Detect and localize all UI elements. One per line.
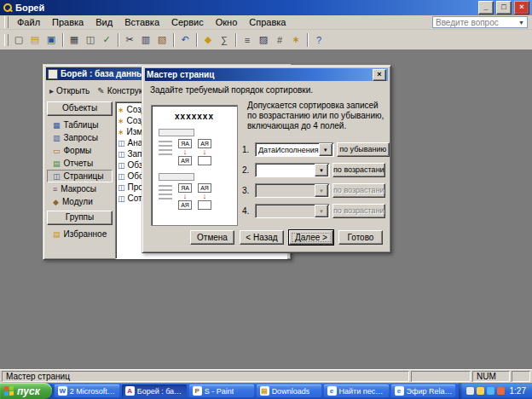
close-icon[interactable]: ×	[373, 69, 386, 81]
wizard-button[interactable]: Далее >	[289, 230, 333, 245]
objects-header[interactable]: Объекты	[47, 101, 113, 116]
task-app-icon: ▤	[260, 386, 269, 396]
chevron-down-icon[interactable]: ▼	[518, 20, 524, 26]
wizard-title: Мастер страниц	[147, 70, 373, 79]
wizard-buttons: Отмена < Назад Далее > Готово	[190, 230, 383, 245]
maximize-button[interactable]: □	[496, 1, 512, 14]
red-arrow-down-icon	[183, 148, 188, 156]
sort-field-combo[interactable]	[255, 163, 330, 177]
wizard-button[interactable]: < Назад	[240, 230, 284, 245]
modules-icon: ◆	[53, 198, 59, 206]
taskbar-buttons: W 2 Microsoft ... A Борей : база ... P S…	[52, 383, 459, 399]
taskbar-task-button[interactable]: W 2 Microsoft ...	[55, 385, 119, 397]
object-type-item[interactable]: ▭ Формы	[47, 144, 113, 157]
chevron-down-icon[interactable]	[315, 184, 328, 197]
wizard-button[interactable]: Отмена	[190, 230, 234, 245]
access-key-icon	[3, 3, 13, 13]
new-object-icon[interactable]: ∗	[288, 32, 304, 48]
menu-item[interactable]: Правка	[46, 17, 90, 27]
sort-order-button[interactable]: по возрастанию	[332, 183, 385, 198]
db-toolbar-button[interactable]: ▸ Открыть	[49, 86, 90, 95]
new-icon[interactable]: ▢	[11, 32, 26, 48]
tables-icon: ▦	[53, 121, 61, 130]
object-type-label: Модули	[62, 197, 93, 206]
start-button[interactable]: пуск	[0, 383, 52, 399]
sort-field-value: ДатаИсполнения	[258, 146, 319, 154]
sort-rows: 1. ДатаИсполнения по убыванию 2.	[242, 142, 385, 218]
wizard-prompt: Задайте требуемый порядок сортировки.	[150, 85, 313, 95]
db-toolbar-icon: ✎	[97, 86, 104, 95]
taskbar-task-button[interactable]: e Эфир Relax F...	[391, 385, 456, 397]
object-type-item[interactable]: ▤ Отчеты	[47, 157, 113, 170]
menu-item[interactable]: Вставка	[119, 17, 165, 27]
relationships-icon[interactable]: #	[272, 32, 287, 48]
sort-order-button[interactable]: по возрастанию	[332, 204, 385, 218]
minimize-button[interactable]: _	[478, 1, 494, 14]
close-button[interactable]: ×	[514, 1, 529, 14]
menu-item[interactable]: Окно	[210, 17, 244, 27]
toolbar-grip[interactable]	[4, 34, 9, 46]
object-type-item[interactable]: ▦ Таблицы	[47, 119, 113, 131]
object-type-item[interactable]: ▥ Запросы	[47, 131, 113, 144]
object-type-item[interactable]: ≡ Макросы	[47, 182, 113, 195]
spelling-icon[interactable]: ✓	[99, 32, 114, 48]
preview-sort-desc: ЯА АЯ	[178, 139, 192, 165]
system-tray: 1:27	[459, 383, 532, 399]
cut-icon[interactable]: ✂	[122, 32, 137, 48]
object-type-label: Таблицы	[64, 120, 99, 130]
paste-icon[interactable]: ▧	[154, 32, 170, 48]
separator	[171, 33, 176, 47]
chevron-down-icon[interactable]	[319, 143, 332, 156]
undo-icon[interactable]: ↶	[177, 32, 193, 48]
sort-field-combo[interactable]	[255, 183, 330, 198]
copy-icon[interactable]: ▥	[138, 32, 153, 48]
menu-item[interactable]: Файл	[11, 17, 46, 27]
help-icon[interactable]: ?	[311, 32, 327, 48]
analyze-icon[interactable]: ∑	[217, 32, 232, 48]
taskbar-task-button[interactable]: P S - Paint	[189, 385, 254, 397]
group-item[interactable]: ▤ Избранное	[47, 228, 113, 240]
chevron-down-icon[interactable]	[315, 205, 328, 217]
properties-icon[interactable]: ▨	[256, 32, 271, 48]
separator	[115, 33, 121, 47]
tray-icon-3[interactable]	[487, 387, 494, 395]
wizard-body: Задайте требуемый порядок сортировки. xx…	[145, 81, 388, 250]
print-preview-icon[interactable]: ◫	[83, 32, 98, 48]
status-bar: Мастер страниц NUM	[0, 369, 532, 383]
toolbar-icons: ▢ ▤ ▣ ▦ ◫ ✓ ✂ ▥ ▧	[11, 32, 327, 48]
wizard-button[interactable]: Готово	[338, 230, 383, 245]
tray-icon-4[interactable]	[497, 387, 505, 395]
new-page-shortcut-icon: ∗	[118, 106, 124, 114]
office-links-icon[interactable]: ◆	[200, 32, 216, 48]
taskbar-task-button[interactable]: A Борей : база ...	[122, 385, 187, 397]
sort-field-combo[interactable]: ДатаИсполнения	[255, 142, 334, 157]
sort-field-combo[interactable]	[255, 204, 330, 218]
new-page-shortcut-icon: ∗	[118, 117, 124, 125]
taskbar-task-button[interactable]: ▤ Downloads	[257, 385, 321, 397]
chevron-down-icon[interactable]	[315, 164, 328, 176]
page-icon: ◫	[118, 139, 125, 147]
groups-header[interactable]: Группы	[47, 211, 113, 225]
sort-row-number: 1.	[242, 145, 252, 154]
taskbar-task-button[interactable]: e Найти песню/...	[324, 385, 389, 397]
code-icon[interactable]: ≡	[240, 32, 255, 48]
open-icon[interactable]: ▤	[27, 32, 43, 48]
object-type-item[interactable]: ◫ Страницы	[47, 170, 113, 182]
task-app-icon: e	[395, 386, 404, 396]
sort-box	[198, 200, 211, 210]
tray-icon-2[interactable]	[477, 387, 484, 395]
object-type-item[interactable]: ◆ Модули	[47, 195, 113, 208]
wizard-titlebar[interactable]: Мастер страниц ×	[145, 68, 388, 81]
db-toolbar-icon: ▸	[49, 86, 54, 95]
question-box[interactable]: Введите вопрос ▼	[432, 16, 528, 28]
sort-order-button[interactable]: по возрастанию	[332, 163, 385, 177]
menu-item[interactable]: Сервис	[165, 17, 210, 27]
menu-item[interactable]: Вид	[90, 17, 119, 27]
sort-order-button[interactable]: по убыванию	[337, 142, 390, 157]
save-icon[interactable]: ▣	[43, 32, 59, 48]
sort-row-number: 2.	[242, 165, 252, 175]
tray-icon-1[interactable]	[466, 387, 474, 395]
toolbar-grip[interactable]	[4, 16, 9, 28]
print-icon[interactable]: ▦	[66, 32, 82, 48]
menu-item[interactable]: Справка	[243, 17, 292, 27]
